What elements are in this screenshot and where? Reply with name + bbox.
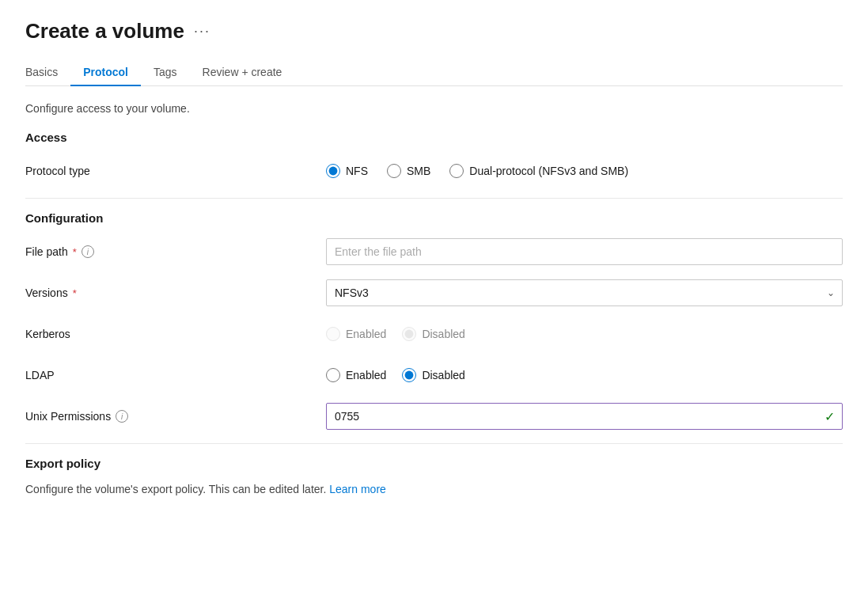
protocol-type-row: Protocol type NFS SMB Dual-protocol (NFS…: [25, 157, 843, 185]
tab-bar: Basics Protocol Tags Review + create: [25, 59, 843, 86]
kerberos-enabled-option[interactable]: Enabled: [326, 327, 386, 341]
kerberos-disabled-label: Disabled: [422, 328, 464, 340]
unix-permissions-label: Unix Permissions i: [25, 410, 326, 423]
ldap-enabled-radio[interactable]: [326, 368, 340, 382]
kerberos-radio-group: Enabled Disabled: [326, 327, 843, 341]
versions-required: *: [73, 287, 77, 299]
tab-tags[interactable]: Tags: [141, 59, 190, 86]
protocol-smb-radio[interactable]: [387, 164, 401, 178]
kerberos-label: Kerberos: [25, 328, 326, 340]
learn-more-link[interactable]: Learn more: [329, 483, 386, 495]
ldap-disabled-option[interactable]: Disabled: [402, 368, 464, 382]
protocol-dual-option[interactable]: Dual-protocol (NFSv3 and SMB): [449, 164, 628, 178]
protocol-type-options: NFS SMB Dual-protocol (NFSv3 and SMB): [326, 164, 843, 178]
page-title: Create a volume: [25, 19, 184, 44]
kerberos-enabled-radio[interactable]: [326, 327, 340, 341]
ldap-label: LDAP: [25, 369, 326, 381]
protocol-nfs-option[interactable]: NFS: [326, 164, 368, 178]
export-policy-description: Configure the volume's export policy. Th…: [25, 483, 843, 495]
page-subtitle: Configure access to your volume.: [25, 102, 843, 115]
ldap-disabled-label: Disabled: [422, 369, 464, 381]
tab-basics[interactable]: Basics: [25, 59, 70, 86]
versions-select[interactable]: NFSv3 NFSv4.1: [326, 279, 843, 306]
file-path-required: *: [73, 246, 77, 258]
ldap-enabled-label: Enabled: [346, 369, 386, 381]
protocol-smb-label: SMB: [407, 165, 430, 177]
unix-input-wrapper: ✓: [326, 403, 843, 430]
unix-permissions-control: ✓: [326, 403, 843, 430]
access-section: Access Protocol type NFS SMB Dual-protoc…: [25, 131, 843, 185]
kerberos-enabled-label: Enabled: [346, 328, 386, 340]
unix-permissions-input[interactable]: [326, 403, 843, 430]
unix-permissions-row: Unix Permissions i ✓: [25, 402, 843, 431]
kerberos-disabled-radio[interactable]: [402, 327, 416, 341]
export-policy-heading: Export policy: [25, 457, 843, 470]
file-path-input[interactable]: [326, 238, 843, 265]
ldap-control: Enabled Disabled: [326, 368, 843, 382]
configuration-heading: Configuration: [25, 211, 843, 225]
kerberos-disabled-option[interactable]: Disabled: [402, 327, 464, 341]
file-path-label: File path * i: [25, 245, 326, 258]
tab-review-create[interactable]: Review + create: [190, 59, 295, 86]
export-policy-section: Export policy Configure the volume's exp…: [25, 457, 843, 495]
versions-control: NFSv3 NFSv4.1 ⌄: [326, 279, 843, 306]
ldap-row: LDAP Enabled Disabled: [25, 361, 843, 389]
access-heading: Access: [25, 131, 843, 144]
protocol-dual-radio[interactable]: [449, 164, 464, 178]
configuration-section: Configuration File path * i Versions * N…: [25, 211, 843, 431]
more-options-icon[interactable]: ···: [194, 23, 210, 40]
tab-protocol[interactable]: Protocol: [70, 59, 141, 86]
page-title-row: Create a volume ···: [25, 19, 843, 44]
protocol-type-label: Protocol type: [25, 165, 326, 177]
versions-row: Versions * NFSv3 NFSv4.1 ⌄: [25, 279, 843, 307]
protocol-nfs-radio[interactable]: [326, 164, 340, 178]
protocol-smb-option[interactable]: SMB: [387, 164, 430, 178]
section-divider-2: [25, 443, 843, 444]
versions-select-wrapper: NFSv3 NFSv4.1 ⌄: [326, 279, 843, 306]
ldap-disabled-radio[interactable]: [402, 368, 416, 382]
unix-permissions-info-icon[interactable]: i: [116, 410, 128, 423]
ldap-enabled-option[interactable]: Enabled: [326, 368, 386, 382]
section-divider-1: [25, 198, 843, 199]
file-path-info-icon[interactable]: i: [81, 245, 94, 258]
kerberos-control: Enabled Disabled: [326, 327, 843, 341]
protocol-nfs-label: NFS: [346, 165, 368, 177]
kerberos-row: Kerberos Enabled Disabled: [25, 320, 843, 348]
file-path-control: [326, 238, 843, 265]
versions-label: Versions *: [25, 287, 326, 299]
file-path-row: File path * i: [25, 237, 843, 266]
ldap-radio-group: Enabled Disabled: [326, 368, 843, 382]
protocol-dual-label: Dual-protocol (NFSv3 and SMB): [469, 165, 628, 177]
